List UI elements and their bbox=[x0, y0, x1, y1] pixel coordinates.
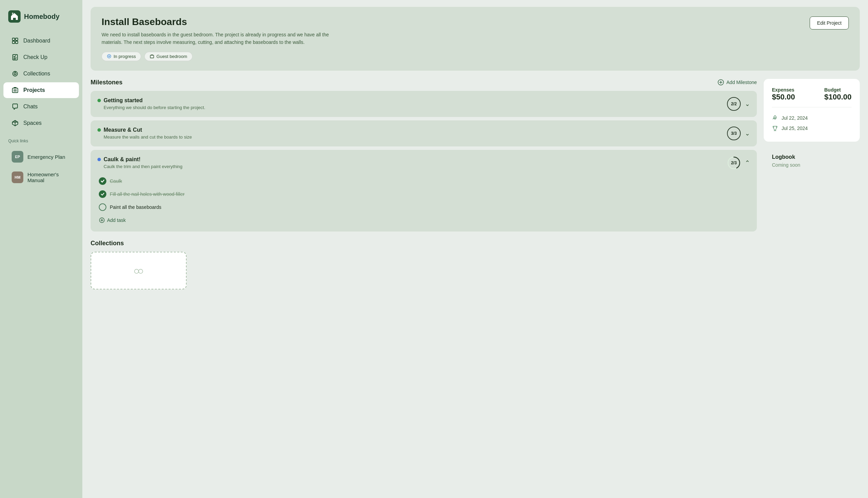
add-task-label: Add task bbox=[107, 217, 126, 223]
milestone-right: 3/3 ⌄ bbox=[727, 127, 750, 140]
svg-rect-3 bbox=[12, 41, 15, 44]
progress-label: 2/3 bbox=[731, 161, 737, 165]
status-icon bbox=[107, 54, 112, 59]
rocket-icon bbox=[772, 115, 778, 121]
task-item-paint: Paint all the baseboards bbox=[99, 201, 750, 214]
trophy-icon bbox=[772, 125, 778, 131]
checkup-icon bbox=[12, 54, 19, 61]
spaces-icon bbox=[12, 120, 19, 127]
sidebar-item-chats[interactable]: Chats bbox=[3, 99, 79, 115]
milestone-dot-green bbox=[97, 128, 101, 132]
task-checkbox-paint[interactable] bbox=[99, 203, 106, 211]
milestone-right: 2/3 ⌃ bbox=[727, 156, 750, 170]
sidebar-item-label: Check Up bbox=[23, 54, 47, 60]
collections-placeholder-icon bbox=[132, 264, 145, 277]
status-tag-label: In progress bbox=[114, 54, 136, 59]
svg-rect-18 bbox=[150, 55, 154, 58]
sidebar-item-homeowners-manual[interactable]: HM Homeowner's Manual bbox=[3, 167, 79, 187]
collections-section: Collections bbox=[91, 240, 757, 289]
quick-links-label: Quick links bbox=[0, 132, 82, 146]
sidebar-item-collections[interactable]: Collections bbox=[3, 66, 79, 82]
milestone-name: Measure & Cut bbox=[104, 127, 142, 133]
progress-circle: 3/3 bbox=[727, 127, 741, 140]
collections-placeholder bbox=[91, 252, 187, 289]
sidebar-item-spaces[interactable]: Spaces bbox=[3, 115, 79, 131]
logo-area: Homebody bbox=[0, 7, 82, 32]
checkmark-icon bbox=[101, 192, 105, 196]
end-date-row: Jul 25, 2024 bbox=[772, 123, 852, 133]
milestone-expand-button[interactable]: ⌄ bbox=[745, 130, 750, 137]
expenses-label: Expenses bbox=[772, 87, 795, 93]
budget-label: Budget bbox=[824, 87, 852, 93]
project-description: We need to install baseboards in the gue… bbox=[102, 31, 342, 46]
task-item-fill-holes: Fill all the nail holes with wood filler bbox=[99, 188, 750, 201]
milestones-section: Milestones Add Milestone bbox=[91, 79, 757, 232]
task-checkbox-fill-holes[interactable] bbox=[99, 190, 106, 198]
start-date-row: Jul 22, 2024 bbox=[772, 113, 852, 123]
milestone-expand-button[interactable]: ⌄ bbox=[745, 100, 750, 108]
quick-link-label: Homeowner's Manual bbox=[27, 171, 71, 183]
expenses-value: $50.00 bbox=[772, 93, 795, 102]
milestone-header: Caulk & paint! Caulk the trim and then p… bbox=[97, 156, 750, 170]
milestone-description: Measure the walls and cut the boards to … bbox=[97, 134, 192, 140]
budget-card: Expenses $50.00 Budget $100.00 Ju bbox=[764, 79, 860, 142]
main-nav: Dashboard Check Up Collections bbox=[0, 32, 82, 132]
milestone-header: Getting started Everything we should do … bbox=[97, 97, 750, 111]
milestone-dot-blue bbox=[97, 158, 101, 161]
budget-row: Expenses $50.00 Budget $100.00 bbox=[772, 87, 852, 102]
sidebar: Homebody Dashboard Check Up bbox=[0, 0, 82, 498]
progress-circle: 2/2 bbox=[727, 97, 741, 111]
milestone-card-measure-cut: Measure & Cut Measure the walls and cut … bbox=[91, 120, 757, 146]
sidebar-item-label: Projects bbox=[23, 87, 45, 93]
sidebar-item-dashboard[interactable]: Dashboard bbox=[3, 33, 79, 49]
progress-label: 3/3 bbox=[731, 131, 737, 136]
milestone-right: 2/2 ⌄ bbox=[727, 97, 750, 111]
svg-rect-11 bbox=[12, 88, 18, 93]
svg-point-27 bbox=[134, 269, 139, 273]
project-title: Install Baseboards bbox=[102, 16, 801, 27]
sidebar-item-label: Collections bbox=[23, 71, 50, 77]
expenses-col: Expenses $50.00 bbox=[772, 87, 795, 102]
app-name: Homebody bbox=[24, 13, 59, 21]
milestone-collapse-button[interactable]: ⌃ bbox=[745, 159, 750, 167]
task-label: Fill all the nail holes with wood filler bbox=[110, 191, 185, 197]
logo-icon bbox=[8, 10, 21, 23]
milestones-header: Milestones Add Milestone bbox=[91, 79, 757, 86]
task-checkbox-caulk[interactable] bbox=[99, 177, 106, 185]
sidebar-item-projects[interactable]: Projects bbox=[3, 82, 79, 98]
sidebar-item-checkup[interactable]: Check Up bbox=[3, 49, 79, 65]
sidebar-item-label: Dashboard bbox=[23, 38, 50, 44]
add-milestone-button[interactable]: Add Milestone bbox=[717, 79, 757, 86]
milestone-dot-green bbox=[97, 99, 101, 102]
quick-links-section: Quick links EP Emergency Plan HM Homeown… bbox=[0, 132, 82, 188]
sidebar-item-emergency-plan[interactable]: EP Emergency Plan bbox=[3, 147, 79, 167]
milestone-left: Measure & Cut Measure the walls and cut … bbox=[97, 127, 192, 140]
sidebar-item-label: Chats bbox=[23, 104, 38, 110]
progress-circle-partial: 2/3 bbox=[727, 156, 741, 170]
hm-avatar: HM bbox=[12, 171, 23, 183]
milestone-description: Everything we should do before starting … bbox=[97, 105, 205, 110]
milestone-description: Caulk the trim and then paint everything bbox=[97, 164, 183, 169]
logbook-coming-soon: Coming soon bbox=[772, 162, 852, 168]
end-date: Jul 25, 2024 bbox=[782, 126, 808, 131]
svg-point-17 bbox=[108, 56, 110, 57]
room-tag: Guest bedroom bbox=[144, 52, 192, 61]
svg-point-29 bbox=[774, 117, 776, 119]
milestone-left: Caulk & paint! Caulk the trim and then p… bbox=[97, 156, 183, 169]
collections-title: Collections bbox=[91, 240, 757, 247]
logbook-card: Logbook Coming soon bbox=[764, 147, 860, 175]
project-header-left: Install Baseboards We need to install ba… bbox=[102, 16, 801, 61]
svg-rect-2 bbox=[15, 38, 18, 40]
room-tag-label: Guest bedroom bbox=[156, 54, 187, 59]
checkmark-icon bbox=[101, 179, 105, 183]
add-milestone-icon bbox=[717, 79, 724, 86]
main-content: Install Baseboards We need to install ba… bbox=[82, 0, 868, 498]
project-header-card: Install Baseboards We need to install ba… bbox=[91, 7, 860, 71]
add-task-button[interactable]: Add task bbox=[99, 215, 126, 225]
edit-project-button[interactable]: Edit Project bbox=[810, 16, 849, 29]
milestone-card-caulk-paint: Caulk & paint! Caulk the trim and then p… bbox=[91, 150, 757, 232]
budget-value: $100.00 bbox=[824, 93, 852, 102]
projects-icon bbox=[12, 87, 19, 94]
status-tag: In progress bbox=[102, 52, 141, 61]
add-milestone-label: Add Milestone bbox=[726, 80, 757, 85]
